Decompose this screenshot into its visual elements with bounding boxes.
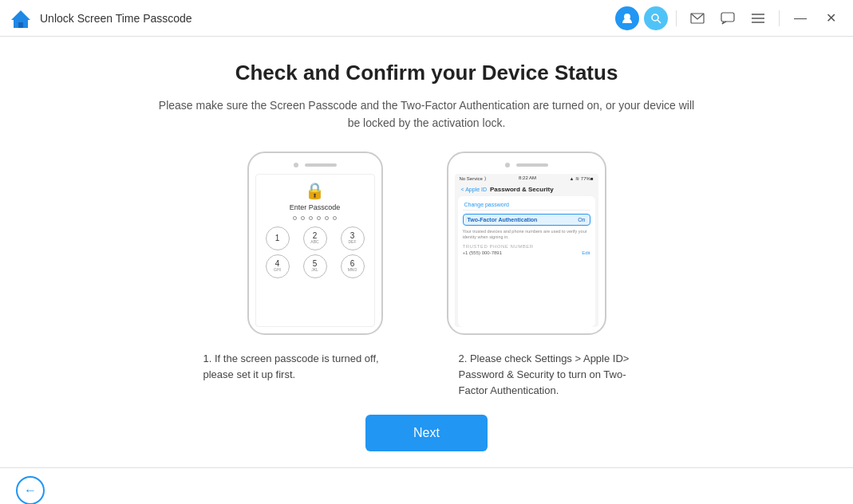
edit-label: Edit [582, 250, 590, 255]
settings-screen: No Service ⟩ 8:22 AM ▲ ≋ 77%■ < Apple ID… [455, 174, 598, 327]
status-time: 8:22 AM [519, 175, 536, 180]
two-factor-desc: Your trusted devices and phone numbers a… [463, 229, 590, 241]
caption-2: 2. Please check Settings > Apple ID> Pas… [459, 351, 650, 399]
passcode-dots [293, 216, 337, 220]
chat-button[interactable] [715, 6, 740, 31]
two-factor-label: Two-Factor Authentication [468, 217, 538, 222]
dot4 [317, 216, 321, 220]
svg-line-4 [658, 20, 661, 23]
key-2: 2ABC [303, 226, 327, 250]
dot3 [309, 216, 313, 220]
svg-rect-1 [18, 22, 23, 28]
phone2-notch [505, 163, 548, 167]
lock-icon: 🔒 [305, 181, 325, 200]
phone1-screen: 🔒 Enter Passcode 1 2ABC 3DEF 4 [255, 174, 375, 327]
key-6: 6MNO [341, 254, 365, 278]
status-right: ▲ ≋ 77%■ [570, 175, 594, 181]
menu-button[interactable] [745, 6, 771, 31]
minimize-button[interactable]: — [788, 6, 813, 31]
key-5: 5JKL [303, 254, 327, 278]
change-password-row: Change password [463, 199, 590, 211]
header-title: Password & Security [490, 186, 554, 193]
back-label: < Apple ID [461, 187, 488, 192]
phone-mockup-1: 🔒 Enter Passcode 1 2ABC 3DEF 4 [247, 152, 383, 335]
titlebar-left: Unlock Screen Time Passcode [10, 7, 615, 30]
next-button[interactable]: Next [365, 415, 488, 451]
titlebar-title: Unlock Screen Time Passcode [40, 12, 192, 25]
key-3: 3DEF [341, 226, 365, 250]
mail-button[interactable] [685, 6, 710, 31]
bottom-bar: ← [0, 467, 853, 504]
key-1: 1 [266, 226, 290, 250]
phone1-notch [294, 163, 337, 167]
phone-number: +1 (555) 000-7891 [463, 250, 503, 255]
avatar-icon[interactable] [615, 6, 639, 30]
divider [676, 10, 677, 26]
account-search-icon[interactable] [644, 6, 668, 30]
caption-1: 1. If the screen passcode is turned off,… [203, 351, 395, 399]
app-icon [10, 7, 32, 30]
key-4: 4GHI [266, 254, 290, 278]
passcode-label: Enter Passcode [290, 203, 341, 211]
illustrations-row: 🔒 Enter Passcode 1 2ABC 3DEF 4 [48, 152, 805, 335]
phone1-bar [305, 163, 337, 167]
phone1-dot [294, 163, 298, 167]
two-factor-banner: Two-Factor Authentication On [463, 214, 590, 226]
divider2 [779, 10, 780, 26]
main-content: Check and Confirm your Device Status Ple… [0, 37, 853, 467]
phone-mockup-2: No Service ⟩ 8:22 AM ▲ ≋ 77%■ < Apple ID… [447, 152, 606, 335]
dot1 [293, 216, 297, 220]
numpad: 1 2ABC 3DEF 4GHI 5JKL 6MNO [261, 226, 369, 278]
titlebar-right: — ✕ [615, 6, 843, 31]
two-factor-status: On [578, 217, 585, 222]
close-button[interactable]: ✕ [818, 6, 843, 31]
settings-body: Change password Two-Factor Authenticatio… [458, 196, 595, 327]
status-bar: No Service ⟩ 8:22 AM ▲ ≋ 77%■ [455, 174, 598, 183]
dot5 [325, 216, 329, 220]
svg-point-3 [652, 14, 658, 21]
phone2-dot [505, 163, 510, 167]
captions-row: 1. If the screen passcode is turned off,… [48, 351, 805, 399]
page-title: Check and Confirm your Device Status [235, 61, 618, 85]
settings-header: < Apple ID Password & Security [455, 183, 598, 196]
titlebar: Unlock Screen Time Passcode — ✕ [0, 0, 853, 37]
page-subtitle: Please make sure the Screen Passcode and… [156, 96, 698, 132]
status-left: No Service ⟩ [460, 175, 486, 181]
edit-row: +1 (555) 000-7891 Edit [463, 249, 590, 257]
phone2-bar [516, 163, 548, 167]
dot2 [301, 216, 305, 220]
svg-rect-6 [721, 13, 734, 22]
change-password-label: Change password [464, 202, 509, 207]
back-button[interactable]: ← [16, 476, 45, 504]
dot6 [333, 216, 337, 220]
